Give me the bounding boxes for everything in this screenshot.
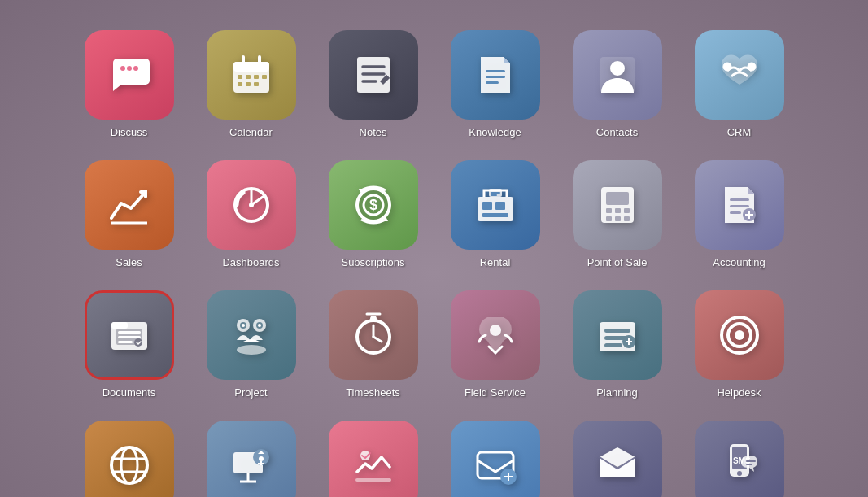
socialmarketing-icon: [329, 421, 418, 497]
smsmarketing-icon: SMS: [695, 421, 784, 497]
documents-icon: [85, 290, 174, 380]
app-dashboards[interactable]: Dashboards: [194, 146, 308, 268]
svg-point-74: [490, 325, 501, 336]
svg-point-64: [242, 324, 245, 327]
emailmarketing-icon: [573, 421, 662, 497]
fieldservice-icon: [451, 290, 540, 380]
app-marketingauto[interactable]: Marketing Autom...: [438, 407, 552, 497]
timesheets-label: Timesheets: [346, 386, 400, 399]
app-smsmarketing[interactable]: SMS SMS Marketing: [683, 407, 796, 497]
svg-point-88: [121, 447, 137, 483]
contacts-label: Contacts: [596, 126, 638, 138]
svg-rect-13: [254, 82, 259, 86]
subscriptions-label: Subscriptions: [341, 256, 404, 268]
subscriptions-icon: $: [329, 160, 418, 250]
svg-point-2: [133, 66, 138, 71]
svg-rect-7: [238, 75, 242, 79]
crm-icon: [695, 30, 784, 120]
app-sales[interactable]: Sales: [72, 146, 186, 268]
timesheets-icon: [329, 290, 418, 380]
svg-point-67: [258, 324, 261, 327]
crm-label: CRM: [727, 126, 752, 138]
rental-label: Rental: [480, 256, 511, 268]
svg-rect-78: [604, 343, 622, 347]
app-elearning[interactable]: eLearning: [194, 407, 308, 497]
svg-rect-43: [606, 208, 612, 213]
app-project[interactable]: Project: [194, 277, 308, 399]
planning-icon: [573, 290, 662, 380]
contacts-icon: [573, 30, 662, 120]
app-crm[interactable]: CRM: [683, 16, 796, 138]
project-icon: [207, 290, 296, 380]
svg-rect-39: [491, 192, 500, 194]
app-subscriptions[interactable]: $ Subscriptions: [316, 146, 430, 268]
svg-rect-12: [246, 82, 251, 86]
svg-rect-48: [624, 216, 630, 221]
svg-point-95: [259, 456, 264, 461]
project-label: Project: [234, 386, 267, 399]
app-rental[interactable]: Rental: [438, 146, 552, 268]
rental-icon: [451, 160, 540, 250]
svg-point-61: [134, 338, 142, 347]
sales-label: Sales: [116, 256, 142, 268]
app-emailmarketing[interactable]: Email Marketing: [560, 407, 674, 497]
svg-rect-10: [262, 75, 267, 79]
svg-point-70: [370, 316, 377, 322]
dashboards-label: Dashboards: [222, 256, 279, 268]
svg-rect-99: [355, 478, 391, 482]
svg-rect-42: [606, 192, 629, 205]
svg-rect-60: [118, 341, 133, 343]
app-knowledge[interactable]: Knowledge: [438, 16, 552, 138]
accounting-label: Accounting: [713, 256, 765, 268]
app-timesheets[interactable]: Timesheets: [316, 277, 430, 399]
svg-point-27: [249, 203, 254, 207]
app-planning[interactable]: Planning: [560, 277, 674, 399]
svg-rect-40: [491, 194, 497, 196]
notes-label: Notes: [360, 126, 387, 138]
svg-rect-76: [604, 329, 630, 333]
calendar-label: Calendar: [229, 126, 273, 138]
svg-rect-11: [238, 82, 242, 86]
discuss-label: Discuss: [111, 126, 148, 138]
app-grid: Discuss Calendar: [56, 0, 813, 497]
app-fieldservice[interactable]: Field Service: [438, 277, 552, 399]
app-discuss[interactable]: Discuss: [72, 16, 186, 138]
svg-point-108: [737, 471, 742, 476]
app-website[interactable]: Website: [72, 407, 186, 497]
documents-label: Documents: [103, 386, 156, 399]
pos-label: Point of Sale: [587, 256, 648, 268]
app-socialmarketing[interactable]: Social Marketing: [316, 407, 430, 497]
svg-point-22: [610, 61, 625, 76]
app-documents[interactable]: Documents: [72, 277, 186, 399]
svg-rect-19: [486, 76, 505, 78]
pos-icon: [573, 160, 662, 250]
app-calendar[interactable]: Calendar: [194, 16, 308, 138]
svg-rect-56: [111, 322, 128, 329]
app-accounting[interactable]: Accounting: [683, 146, 796, 268]
discuss-icon: [85, 30, 174, 120]
knowledge-label: Knowledge: [469, 126, 521, 138]
svg-rect-46: [606, 216, 612, 221]
svg-rect-49: [730, 198, 749, 201]
svg-point-87: [111, 447, 147, 483]
notes-icon: [329, 30, 418, 120]
website-icon: [85, 421, 174, 497]
svg-rect-51: [730, 211, 741, 214]
svg-rect-50: [730, 205, 749, 207]
app-helpdesk[interactable]: Helpdesk: [683, 277, 796, 399]
svg-point-84: [735, 330, 744, 340]
svg-rect-9: [254, 75, 259, 79]
planning-label: Planning: [596, 386, 638, 399]
svg-rect-47: [615, 216, 621, 221]
svg-line-72: [373, 337, 382, 342]
app-notes[interactable]: Notes: [316, 16, 430, 138]
svg-rect-44: [615, 208, 621, 213]
svg-rect-111: [746, 464, 752, 465]
svg-point-68: [237, 345, 266, 355]
svg-rect-36: [482, 213, 508, 217]
app-contacts[interactable]: Contacts: [560, 16, 674, 138]
app-pos[interactable]: Point of Sale: [560, 146, 674, 268]
svg-rect-58: [118, 331, 141, 334]
sales-icon: [85, 160, 174, 250]
svg-text:$: $: [369, 197, 377, 213]
